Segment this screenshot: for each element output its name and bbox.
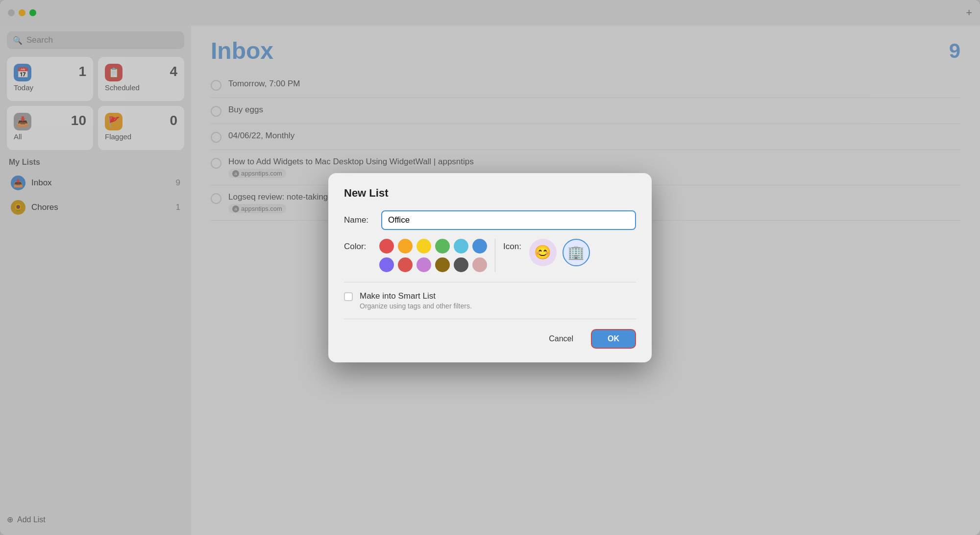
smart-list-desc: Organize using tags and other filters. [360,302,472,310]
new-list-dialog: New List Name: Color: [328,173,652,362]
color-pink[interactable] [472,257,487,272]
smart-list-checkbox[interactable] [344,292,353,301]
name-label: Name: [344,215,373,225]
smart-list-row: Make into Smart List Organize using tags… [344,282,636,319]
building-icon-option[interactable]: 🏢 [563,239,590,266]
dialog-title: New List [344,187,636,200]
color-orange[interactable] [398,239,413,254]
color-red[interactable] [379,239,394,254]
color-icon-divider [495,239,495,272]
modal-overlay: New List Name: Color: [0,0,980,535]
color-row-1 [379,239,487,254]
smart-list-title: Make into Smart List [360,291,472,301]
dialog-buttons: Cancel OK [344,329,636,349]
color-dark-red[interactable] [398,257,413,272]
color-light-purple[interactable] [416,257,431,272]
color-green[interactable] [435,239,450,254]
color-blue[interactable] [472,239,487,254]
icon-section: Icon: 😊 🏢 [503,239,590,266]
smiley-icon-option[interactable]: 😊 [529,239,557,266]
cancel-button[interactable]: Cancel [537,329,585,349]
color-grid [379,239,487,272]
name-field: Name: [344,210,636,230]
icon-label: Icon: [503,242,521,252]
color-row-2 [379,257,487,272]
color-light-blue[interactable] [454,239,468,254]
icon-options: 😊 🏢 [529,239,590,266]
color-purple[interactable] [379,257,394,272]
color-yellow[interactable] [416,239,431,254]
color-dark-gray[interactable] [454,257,468,272]
name-input[interactable] [381,210,636,230]
ok-button[interactable]: OK [591,329,636,349]
color-label: Color: [344,242,373,252]
color-brown[interactable] [435,257,450,272]
